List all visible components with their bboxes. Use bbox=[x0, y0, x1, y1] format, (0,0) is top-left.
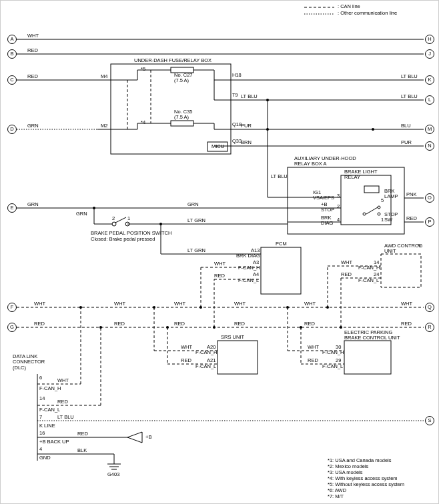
svg-rect-59 bbox=[261, 247, 301, 294]
wire-K-color: LT BLU bbox=[401, 74, 418, 79]
wire-auxB-color: GRN bbox=[187, 202, 199, 207]
svg-rect-10 bbox=[111, 64, 231, 154]
pin-M4: M4 bbox=[101, 74, 107, 79]
brake-switch-title: BRAKE PEDAL POSITION SWITCH bbox=[91, 231, 171, 236]
node-G: G bbox=[7, 323, 17, 332]
svg-rect-38 bbox=[364, 186, 379, 193]
node-P: P bbox=[425, 217, 434, 227]
wire-Q33-color: BRN bbox=[241, 140, 252, 145]
node-K: K bbox=[425, 75, 434, 85]
wire-awdL-color: RED bbox=[341, 272, 352, 277]
svg-line-54 bbox=[115, 217, 126, 223]
pcm-FCANH: F-CAN_H bbox=[238, 265, 260, 271]
wire-G1: RED bbox=[34, 321, 45, 327]
srs-A21: A21 bbox=[207, 358, 215, 363]
pcm-title: PCM bbox=[276, 241, 287, 247]
aux-brklamp: BRK LAMP bbox=[384, 189, 398, 200]
wire-F2: WHT bbox=[114, 301, 125, 307]
node-N: N bbox=[425, 141, 434, 151]
dlc-p7: 7 bbox=[39, 415, 42, 420]
aux-pin2: 2 bbox=[337, 204, 340, 209]
legend-can: : CAN line bbox=[338, 4, 360, 9]
node-B: B bbox=[7, 49, 17, 59]
wire-O-color: PNK bbox=[406, 192, 416, 197]
wire-G2: RED bbox=[114, 321, 125, 327]
epb-FCANH: F-CAN_H bbox=[322, 350, 344, 355]
dlc-KLINE: K LINE bbox=[39, 423, 55, 429]
aux-pin1: 1 bbox=[381, 217, 384, 223]
pin-M2: M2 bbox=[101, 123, 107, 129]
wire-awdH-color: WHT bbox=[341, 260, 352, 265]
wire-G6: RED bbox=[401, 321, 412, 327]
wire-A-color: WHT bbox=[27, 33, 39, 39]
svg-rect-75 bbox=[217, 341, 258, 374]
brake-p2: 2 bbox=[112, 216, 115, 221]
dlc-GND: GND bbox=[39, 455, 51, 461]
note7: *7: M/T bbox=[328, 494, 344, 499]
dlc-backup: +B BACK UP bbox=[39, 439, 69, 445]
brake-switch-subtitle: Closed: Brake pedal pressed bbox=[91, 237, 155, 242]
wire-C-color: RED bbox=[27, 74, 38, 79]
awd-FCANH: F-CAN_H bbox=[358, 265, 380, 271]
node-J: J bbox=[425, 49, 434, 59]
wire-srsL: RED bbox=[181, 358, 191, 363]
node-C: C bbox=[7, 75, 17, 85]
note2: *2: Mexico models bbox=[328, 464, 368, 469]
wire-D-color: GRN bbox=[27, 123, 39, 129]
pin-Q33: Q33 bbox=[232, 139, 242, 144]
dlc-p4c: BLK bbox=[77, 448, 87, 453]
dlc-p14: 14 bbox=[39, 396, 45, 401]
node-A: A bbox=[7, 35, 17, 44]
pcm-FCANL: F-CAN_L bbox=[238, 278, 259, 283]
aux-stopsw: STOP SW bbox=[384, 212, 398, 223]
aux-plusB: +B STOP bbox=[321, 202, 334, 213]
node-R: R bbox=[425, 323, 434, 332]
wire-L-color: LT BLU bbox=[401, 94, 418, 99]
pcm-A4: A4 bbox=[253, 272, 259, 277]
micu: MICU bbox=[211, 144, 224, 149]
svg-point-32 bbox=[372, 128, 374, 131]
wire-brk2-color: GRN bbox=[76, 211, 87, 217]
wiring-diagram: .solid { stroke:#000; stroke-width:1; fi… bbox=[0, 0, 439, 504]
node-D: D bbox=[7, 125, 17, 134]
node-M: M bbox=[425, 125, 434, 134]
dlc-p16: 16 bbox=[39, 431, 45, 436]
wire-epbL: RED bbox=[308, 358, 318, 363]
svg-point-42 bbox=[378, 206, 380, 209]
node-H: H bbox=[425, 35, 434, 44]
note4: *4: With keyless access system bbox=[328, 476, 398, 481]
epb-FCANL: F-CAN_L bbox=[322, 364, 343, 369]
fuse-note5: *5 bbox=[141, 67, 145, 72]
svg-point-41 bbox=[378, 213, 380, 215]
svg-rect-60 bbox=[381, 254, 421, 287]
wire-epbH: WHT bbox=[308, 345, 319, 350]
node-O: O bbox=[425, 193, 434, 203]
pin-H18: H18 bbox=[232, 73, 242, 78]
aux-pin4: 4 bbox=[337, 217, 340, 223]
pin-Q18: Q18 bbox=[232, 122, 242, 127]
wire-B-color: RED bbox=[27, 48, 38, 53]
aux-pin5: 5 bbox=[381, 198, 384, 203]
srs-title: SRS UNIT bbox=[221, 335, 244, 340]
dlc-p14c: RED bbox=[57, 399, 68, 405]
node-L: L bbox=[425, 95, 434, 105]
srs-FCANH: F-CAN_H bbox=[195, 350, 217, 355]
wire-F1: WHT bbox=[34, 301, 45, 307]
svg-marker-98 bbox=[127, 432, 142, 443]
diagram-svg: .solid { stroke:#000; stroke-width:1; fi… bbox=[1, 1, 439, 504]
wire-G3: RED bbox=[174, 321, 185, 327]
fuse-relay-box-title: UNDER-DASH FUSE/RELAY BOX bbox=[134, 58, 211, 63]
wire-auxIG-color: LT BLU bbox=[271, 174, 288, 179]
wire-A13-color: LT GRN bbox=[187, 248, 205, 253]
wire-brkSW-color: LT GRN bbox=[187, 218, 205, 223]
awd-note6: *6 bbox=[418, 243, 422, 249]
svg-rect-82 bbox=[344, 341, 391, 374]
wire-A3-color: WHT bbox=[214, 261, 226, 267]
svg-rect-13 bbox=[171, 121, 193, 126]
wire-E-color: GRN bbox=[27, 202, 39, 207]
dlc-title: DATA LINK CONNECTOR (DLC) bbox=[13, 354, 45, 371]
dlc-plusB: +B bbox=[145, 435, 151, 440]
awd-p24: 24 bbox=[374, 272, 379, 277]
svg-point-40 bbox=[363, 213, 366, 215]
wire-G5: RED bbox=[304, 321, 315, 327]
